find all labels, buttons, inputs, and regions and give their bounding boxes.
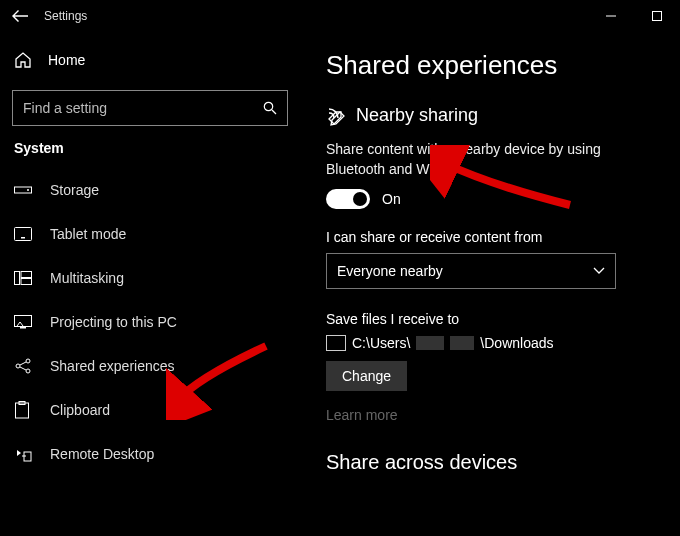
maximize-button[interactable] bbox=[634, 0, 680, 32]
svg-rect-0 bbox=[653, 12, 662, 21]
section-across-heading: Share across devices bbox=[326, 451, 662, 474]
project-icon bbox=[14, 315, 34, 329]
nearby-description: Share content with a nearby device by us… bbox=[326, 140, 662, 179]
save-path: C:\Users\ \Downloads bbox=[326, 335, 662, 351]
svg-point-3 bbox=[27, 189, 29, 191]
sidebar: Home System Storage Tablet mode Multitas… bbox=[0, 32, 300, 536]
shared-icon bbox=[14, 358, 34, 374]
svg-rect-14 bbox=[16, 403, 29, 418]
sidebar-category: System bbox=[0, 140, 300, 168]
sidebar-item-tablet[interactable]: Tablet mode bbox=[0, 212, 300, 256]
svg-rect-9 bbox=[15, 316, 32, 327]
remote-icon bbox=[14, 446, 34, 462]
learn-more-link[interactable]: Learn more bbox=[326, 407, 662, 423]
path-prefix: C:\Users\ bbox=[352, 335, 410, 351]
svg-rect-10 bbox=[20, 327, 26, 329]
sidebar-item-label: Shared experiences bbox=[50, 358, 175, 374]
svg-point-12 bbox=[26, 359, 30, 363]
home-icon bbox=[14, 51, 32, 69]
sidebar-item-label: Tablet mode bbox=[50, 226, 126, 242]
sidebar-item-label: Projecting to this PC bbox=[50, 314, 177, 330]
sidebar-item-label: Clipboard bbox=[50, 402, 110, 418]
save-to-label: Save files I receive to bbox=[326, 311, 662, 327]
sidebar-item-remote-desktop[interactable]: Remote Desktop bbox=[0, 432, 300, 476]
window-title: Settings bbox=[44, 9, 87, 23]
folder-icon bbox=[326, 335, 346, 351]
content-pane: Shared experiences Nearby sharing Share … bbox=[300, 32, 680, 536]
storage-icon bbox=[14, 184, 34, 196]
svg-rect-4 bbox=[15, 228, 32, 241]
toggle-knob bbox=[353, 192, 367, 206]
clipboard-icon bbox=[14, 401, 34, 419]
minimize-button[interactable] bbox=[588, 0, 634, 32]
path-suffix: \Downloads bbox=[480, 335, 553, 351]
sidebar-item-projecting[interactable]: Projecting to this PC bbox=[0, 300, 300, 344]
svg-rect-7 bbox=[21, 272, 32, 278]
chevron-down-icon bbox=[593, 267, 605, 275]
share-from-label: I can share or receive content from bbox=[326, 229, 662, 245]
multitask-icon bbox=[14, 271, 34, 285]
tablet-icon bbox=[14, 227, 34, 241]
svg-point-13 bbox=[26, 369, 30, 373]
section-nearby-heading: Nearby sharing bbox=[326, 105, 662, 126]
back-arrow-icon bbox=[12, 8, 28, 24]
sidebar-item-label: Remote Desktop bbox=[50, 446, 154, 462]
share-from-select[interactable]: Everyone nearby bbox=[326, 253, 616, 289]
sidebar-item-multitasking[interactable]: Multitasking bbox=[0, 256, 300, 300]
redacted-text bbox=[416, 336, 444, 350]
sidebar-item-label: Storage bbox=[50, 182, 99, 198]
sidebar-item-shared-experiences[interactable]: Shared experiences bbox=[0, 344, 300, 388]
section-heading-text: Nearby sharing bbox=[356, 105, 478, 126]
change-button[interactable]: Change bbox=[326, 361, 407, 391]
nav-home[interactable]: Home bbox=[0, 38, 300, 82]
sidebar-item-storage[interactable]: Storage bbox=[0, 168, 300, 212]
svg-point-1 bbox=[264, 102, 272, 110]
sidebar-item-label: Multitasking bbox=[50, 270, 124, 286]
share-from-value: Everyone nearby bbox=[337, 263, 443, 279]
page-title: Shared experiences bbox=[326, 50, 662, 81]
redacted-text bbox=[450, 336, 474, 350]
svg-rect-6 bbox=[15, 272, 20, 285]
nav-home-label: Home bbox=[48, 52, 85, 68]
search-input[interactable] bbox=[13, 100, 253, 116]
svg-rect-8 bbox=[21, 279, 32, 285]
toggle-state-label: On bbox=[382, 191, 401, 207]
svg-rect-5 bbox=[21, 237, 25, 239]
sidebar-item-clipboard[interactable]: Clipboard bbox=[0, 388, 300, 432]
back-button[interactable] bbox=[0, 0, 40, 32]
share-icon bbox=[326, 106, 346, 126]
search-icon bbox=[253, 101, 287, 115]
nearby-toggle[interactable] bbox=[326, 189, 370, 209]
svg-point-11 bbox=[16, 364, 20, 368]
title-bar: Settings bbox=[0, 0, 680, 32]
search-box[interactable] bbox=[12, 90, 288, 126]
